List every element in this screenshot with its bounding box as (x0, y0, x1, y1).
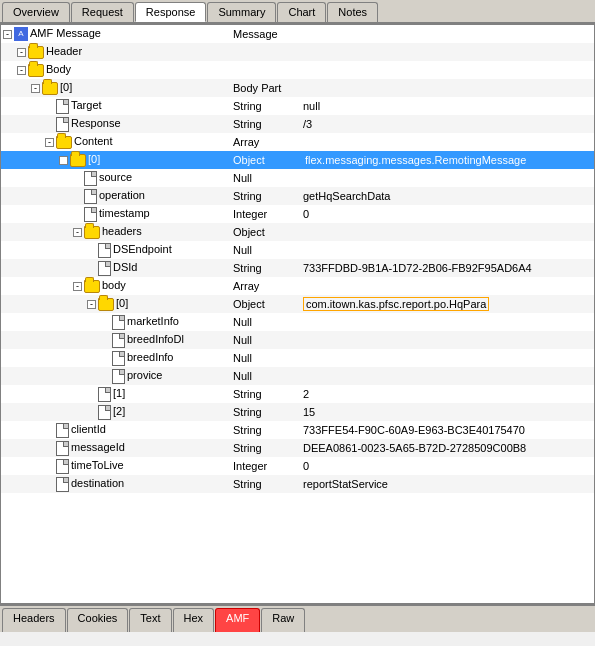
expand-button[interactable]: - (17, 48, 26, 57)
tree-table: -AAMF MessageMessage-Header-Body-[0]Body… (1, 25, 594, 493)
expand-button[interactable]: - (17, 66, 26, 75)
expand-button[interactable]: - (45, 138, 54, 147)
tab-response[interactable]: Response (135, 2, 207, 22)
table-row[interactable]: clientIdString733FFE54-F90C-60A9-E963-BC… (1, 421, 594, 439)
table-row[interactable]: DSIdString733FFDBD-9B1A-1D72-2B06-FB92F9… (1, 259, 594, 277)
expand-button[interactable]: - (73, 228, 82, 237)
tab-chart[interactable]: Chart (277, 2, 326, 22)
table-row[interactable]: timeToLiveInteger0 (1, 457, 594, 475)
top-tabs-bar: Overview Request Response Summary Chart … (0, 0, 595, 24)
table-row[interactable]: -Header (1, 43, 594, 61)
table-row[interactable]: proviceNull (1, 367, 594, 385)
tab-overview[interactable]: Overview (2, 2, 70, 22)
table-row[interactable]: messageIdStringDEEA0861-0023-5A65-B72D-2… (1, 439, 594, 457)
table-row[interactable]: -[0]Objectflex.messaging.messages.Remoti… (1, 151, 594, 169)
expand-button[interactable]: - (73, 282, 82, 291)
tab-raw[interactable]: Raw (261, 608, 305, 632)
expand-button[interactable]: - (31, 84, 40, 93)
tab-request[interactable]: Request (71, 2, 134, 22)
table-row[interactable]: ResponseString/3 (1, 115, 594, 133)
table-row[interactable]: breedInfoDlNull (1, 331, 594, 349)
table-row[interactable]: -ContentArray (1, 133, 594, 151)
main-content: -AAMF MessageMessage-Header-Body-[0]Body… (0, 24, 595, 604)
bottom-tabs-bar: Headers Cookies Text Hex AMF Raw (0, 604, 595, 632)
expand-button[interactable]: - (3, 30, 12, 39)
table-row[interactable]: -[0]Body Part (1, 79, 594, 97)
tab-hex[interactable]: Hex (173, 608, 215, 632)
expand-button[interactable]: - (59, 156, 68, 165)
tab-notes[interactable]: Notes (327, 2, 378, 22)
table-row[interactable]: -AAMF MessageMessage (1, 25, 594, 43)
table-row[interactable]: sourceNull (1, 169, 594, 187)
table-row[interactable]: -Body (1, 61, 594, 79)
table-row[interactable]: marketInfoNull (1, 313, 594, 331)
table-row[interactable]: -headersObject (1, 223, 594, 241)
tab-amf[interactable]: AMF (215, 608, 260, 632)
tab-summary[interactable]: Summary (207, 2, 276, 22)
table-row[interactable]: breedInfoNull (1, 349, 594, 367)
table-row[interactable]: [1]String2 (1, 385, 594, 403)
tab-cookies[interactable]: Cookies (67, 608, 129, 632)
table-row[interactable]: destinationStringreportStatService (1, 475, 594, 493)
table-row[interactable]: operationStringgetHqSearchData (1, 187, 594, 205)
table-row[interactable]: -[0]Objectcom.itown.kas.pfsc.report.po.H… (1, 295, 594, 313)
tab-text[interactable]: Text (129, 608, 171, 632)
tab-headers[interactable]: Headers (2, 608, 66, 632)
table-row[interactable]: [2]String15 (1, 403, 594, 421)
table-row[interactable]: timestampInteger0 (1, 205, 594, 223)
table-row[interactable]: TargetStringnull (1, 97, 594, 115)
table-row[interactable]: -bodyArray (1, 277, 594, 295)
expand-button[interactable]: - (87, 300, 96, 309)
table-row[interactable]: DSEndpointNull (1, 241, 594, 259)
